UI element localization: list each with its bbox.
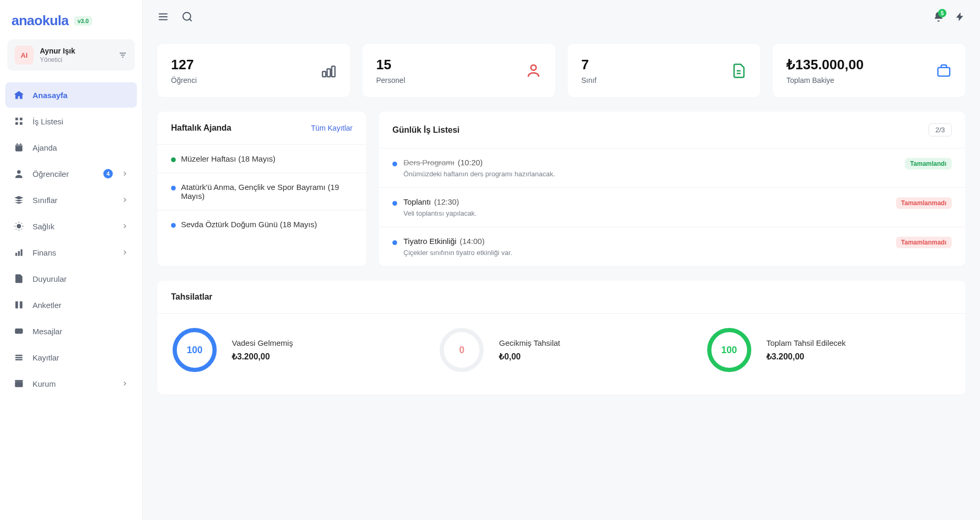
user-card[interactable]: AI Aynur Işık Yönetici — [7, 39, 135, 71]
chevron-right-icon — [121, 222, 129, 230]
agenda-item-text: Atatürk'ü Anma, Gençlik ve Spor Bayramı … — [181, 183, 353, 200]
progress-value: 100 — [706, 326, 753, 374]
agenda-all-records-link[interactable]: Tüm Kayıtlar — [311, 124, 353, 132]
todo-item-time: (14:00) — [460, 237, 485, 246]
sidebar-item-sağlık[interactable]: Sağlık — [5, 214, 137, 239]
nav-icon — [14, 195, 24, 205]
agenda-list: Müzeler Haftası (18 Mayıs) Atatürk'ü Anm… — [157, 145, 366, 238]
stat-icon — [936, 63, 952, 79]
nav-label: İş Listesi — [33, 117, 129, 126]
todo-item[interactable]: Ders Programı (10:20) Önümüzdeki haftanı… — [379, 148, 965, 188]
collection-cell: 100 Vadesi Gelmemiş ₺3.200,00 — [171, 326, 417, 374]
nav-icon — [14, 378, 24, 389]
daily-todo-panel: Günlük İş Listesi 2/3 Ders Programı (10:… — [379, 112, 965, 266]
svg-rect-5 — [17, 143, 18, 145]
todo-item[interactable]: Toplantı (12:30) Veli toplantısı yapılac… — [379, 188, 965, 227]
user-info: Aynur Işık Yönetici — [40, 47, 112, 63]
agenda-item-text: Sevda Öztürk Doğum Günü (18 Mayıs) — [181, 220, 317, 229]
sidebar-item-öğrenciler[interactable]: Öğrenciler 4 — [5, 161, 137, 186]
svg-line-13 — [16, 223, 16, 224]
todo-pager[interactable]: 2/3 — [929, 123, 952, 136]
chevron-right-icon — [121, 249, 129, 256]
stat-card-sınıf: 7 Sınıf — [568, 44, 760, 97]
svg-rect-36 — [938, 67, 950, 76]
sidebar-item-duyurular[interactable]: Duyurular — [5, 266, 137, 291]
svg-point-33 — [531, 65, 536, 70]
user-name: Aynur Işık — [40, 47, 112, 55]
bolt-icon[interactable] — [955, 12, 965, 22]
todo-item-time: (10:20) — [458, 158, 483, 167]
progress-ring: 0 — [438, 326, 485, 374]
collection-label: Vadesi Gelmemiş — [232, 338, 293, 347]
progress-ring: 100 — [706, 326, 753, 374]
sidebar-item-mesajlar[interactable]: Mesajlar — [5, 319, 137, 344]
collection-label: Toplam Tahsil Edilecek — [766, 338, 846, 347]
todo-item-desc: Önümüzdeki haftanın ders programı hazırl… — [403, 170, 899, 178]
stat-label: Toplam Bakiye — [786, 76, 864, 84]
filter-icon[interactable] — [118, 50, 127, 60]
mid-row: Haftalık Ajanda Tüm Kayıtlar Müzeler Haf… — [157, 112, 965, 266]
nav-label: Kayıtlar — [33, 353, 129, 362]
user-role: Yönetici — [40, 56, 112, 63]
svg-rect-6 — [20, 143, 22, 145]
weekly-agenda-panel: Haftalık Ajanda Tüm Kayıtlar Müzeler Haf… — [157, 112, 366, 266]
menu-icon[interactable] — [157, 11, 169, 23]
main: 5 127 Öğrenci 15 Personel 7 Sınıf ₺135.0… — [143, 0, 980, 520]
stat-value: 127 — [171, 57, 197, 73]
todo-item[interactable]: Tiyatro Etkinliği (14:00) Çiçekler sınıf… — [379, 227, 965, 266]
agenda-item[interactable]: Müzeler Haftası (18 Mayıs) — [157, 145, 366, 173]
stat-label: Öğrenci — [171, 76, 197, 84]
sidebar-item-anasayfa[interactable]: Anasayfa — [5, 82, 137, 108]
sidebar-item-anketler[interactable]: Anketler — [5, 292, 137, 317]
stat-icon — [321, 63, 336, 79]
todo-item-title: Ders Programı — [403, 158, 455, 167]
stat-icon — [526, 63, 541, 79]
svg-line-16 — [16, 229, 16, 229]
nav-icon — [14, 116, 24, 126]
todo-item-desc: Veli toplantısı yapılacak. — [403, 209, 890, 217]
nav-icon — [14, 142, 24, 153]
stat-label: Sınıf — [581, 76, 596, 84]
sidebar-item-i̇ş-listesi[interactable]: İş Listesi — [5, 109, 137, 134]
nav-label: Ajanda — [33, 143, 129, 152]
svg-rect-32 — [332, 66, 335, 77]
stat-card-öğrenci: 127 Öğrenci — [157, 44, 350, 97]
svg-line-29 — [190, 19, 192, 22]
status-badge: Tamamlanmadı — [896, 237, 952, 248]
sidebar-item-finans[interactable]: Finans — [5, 240, 137, 265]
dot-icon — [392, 240, 397, 245]
agenda-title: Haftalık Ajanda — [171, 123, 231, 133]
svg-rect-18 — [18, 251, 19, 256]
stat-icon — [731, 63, 747, 79]
sidebar-item-ajanda[interactable]: Ajanda — [5, 135, 137, 160]
nav-label: Öğrenciler — [33, 169, 95, 178]
stat-value: 15 — [376, 57, 405, 73]
nav-label: Mesajlar — [33, 327, 129, 336]
dot-icon — [392, 162, 397, 166]
status-badge: Tamamlanmadı — [896, 197, 952, 209]
version-badge: v3.0 — [74, 16, 92, 26]
collection-cell: 100 Toplam Tahsil Edilecek ₺3.200,00 — [706, 326, 952, 374]
sidebar-item-sınıflar[interactable]: Sınıflar — [5, 187, 137, 213]
sidebar-item-kurum[interactable]: Kurum — [5, 371, 137, 396]
notifications-icon[interactable]: 5 — [933, 11, 944, 23]
nav-icon — [14, 352, 24, 363]
search-icon[interactable] — [182, 11, 193, 23]
collections-title: Tahsilatlar — [171, 292, 212, 302]
agenda-item[interactable]: Atatürk'ü Anma, Gençlik ve Spor Bayramı … — [157, 173, 366, 210]
nav-label: Sınıflar — [33, 196, 113, 205]
svg-rect-31 — [327, 69, 331, 77]
svg-rect-22 — [15, 328, 23, 334]
progress-value: 100 — [171, 326, 218, 374]
svg-point-28 — [183, 13, 191, 20]
stat-card-personel: 15 Personel — [363, 44, 555, 97]
nav-label: Kurum — [33, 379, 113, 388]
notification-count: 5 — [938, 9, 946, 17]
svg-rect-24 — [15, 380, 23, 381]
logo-row: anaokula v3.0 — [5, 8, 137, 39]
nav-icon — [14, 273, 24, 284]
stat-label: Personel — [376, 76, 405, 84]
agenda-item[interactable]: Sevda Öztürk Doğum Günü (18 Mayıs) — [157, 210, 366, 238]
sidebar-item-kayıtlar[interactable]: Kayıtlar — [5, 345, 137, 370]
svg-rect-20 — [15, 301, 18, 308]
